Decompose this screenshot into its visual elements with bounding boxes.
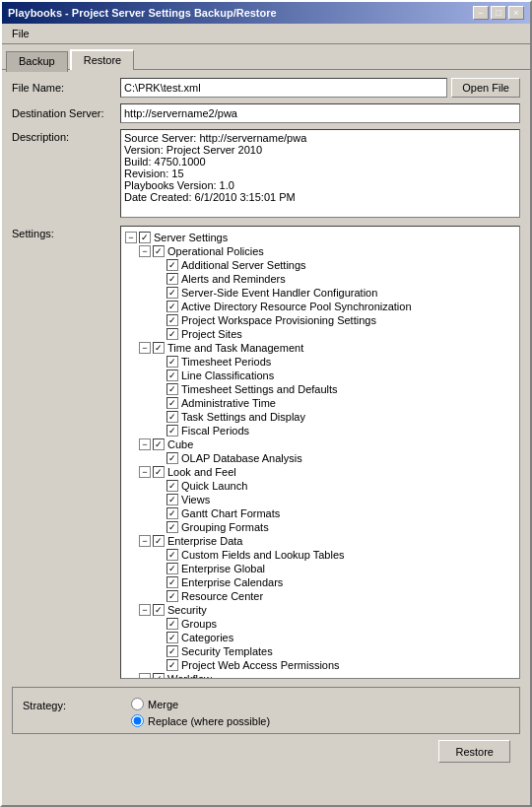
expander-operational-policies[interactable]: −: [139, 245, 151, 257]
checkbox-server-settings[interactable]: [139, 232, 151, 243]
tree-item-fiscal-periods[interactable]: Fiscal Periods: [123, 424, 517, 437]
tree-item-additional-server-settings[interactable]: Additional Server Settings: [123, 258, 517, 272]
bottom-bar: Restore: [12, 734, 520, 769]
tree-label-security-templates: Security Templates: [181, 645, 273, 657]
maximize-button[interactable]: □: [491, 6, 506, 20]
tree-item-alerts-reminders[interactable]: Alerts and Reminders: [123, 272, 517, 286]
tree-item-olap-database[interactable]: OLAP Database Analysis: [123, 451, 517, 465]
tree-item-enterprise-data[interactable]: −Enterprise Data: [123, 534, 517, 548]
tree-item-views[interactable]: Views: [123, 493, 517, 506]
checkbox-line-classifications[interactable]: [166, 370, 178, 381]
strategy-options: Merge Replace (where possible): [131, 698, 270, 727]
checkbox-server-side-event[interactable]: [166, 287, 178, 299]
checkbox-timesheet-settings[interactable]: [166, 383, 178, 395]
checkbox-time-task-mgmt[interactable]: [153, 342, 165, 354]
checkbox-timesheet-periods[interactable]: [166, 356, 178, 368]
checkbox-security[interactable]: [153, 604, 165, 616]
main-window: Playbooks - Project Server Settings Back…: [0, 0, 532, 807]
tree-item-resource-center[interactable]: Resource Center: [123, 589, 517, 603]
checkbox-olap-database[interactable]: [166, 452, 178, 464]
checkbox-quick-launch[interactable]: [166, 480, 178, 492]
tree-item-project-workspace[interactable]: Project Workspace Provisioning Settings: [123, 313, 517, 327]
tree-item-task-settings[interactable]: Task Settings and Display: [123, 410, 517, 424]
expander-time-task-mgmt[interactable]: −: [139, 342, 151, 354]
checkbox-grouping-formats[interactable]: [166, 521, 178, 533]
expander-workflow[interactable]: −: [139, 673, 151, 679]
dest-server-label: Destination Server:: [12, 107, 120, 119]
tree-item-project-web-access[interactable]: Project Web Access Permissions: [123, 658, 517, 672]
checkbox-project-sites[interactable]: [166, 328, 178, 340]
tree-item-server-settings[interactable]: −Server Settings: [123, 231, 517, 244]
tree-item-groups[interactable]: Groups: [123, 617, 517, 631]
checkbox-task-settings[interactable]: [166, 411, 178, 423]
minimize-button[interactable]: −: [473, 6, 489, 20]
checkbox-security-templates[interactable]: [166, 645, 178, 657]
checkbox-project-workspace[interactable]: [166, 314, 178, 326]
tree-item-timesheet-periods[interactable]: Timesheet Periods: [123, 355, 517, 369]
tree-item-workflow[interactable]: −Workflow: [123, 672, 517, 679]
tree-item-project-sites[interactable]: Project Sites: [123, 327, 517, 341]
tree-item-operational-policies[interactable]: −Operational Policies: [123, 244, 517, 258]
tree-label-olap-database: OLAP Database Analysis: [181, 452, 302, 464]
checkbox-active-directory[interactable]: [166, 301, 178, 312]
checkbox-groups[interactable]: [166, 618, 178, 630]
tree-item-cube[interactable]: −Cube: [123, 437, 517, 451]
tree-item-administrative-time[interactable]: Administrative Time: [123, 396, 517, 410]
checkbox-project-web-access[interactable]: [166, 659, 178, 671]
file-name-input[interactable]: [120, 78, 447, 98]
checkbox-operational-policies[interactable]: [153, 245, 165, 257]
tree-item-grouping-formats[interactable]: Grouping Formats: [123, 520, 517, 534]
checkbox-custom-fields[interactable]: [166, 549, 178, 561]
tree-item-active-directory[interactable]: Active Directory Resource Pool Synchroni…: [123, 300, 517, 313]
expander-security[interactable]: −: [139, 604, 151, 616]
checkbox-look-feel[interactable]: [153, 466, 165, 478]
tree-item-security-templates[interactable]: Security Templates: [123, 644, 517, 658]
strategy-replace-radio[interactable]: [131, 714, 144, 727]
strategy-merge-radio[interactable]: [131, 698, 144, 710]
strategy-merge-item: Merge: [131, 698, 270, 710]
expander-server-settings[interactable]: −: [125, 232, 137, 243]
tree-item-time-task-mgmt[interactable]: −Time and Task Management: [123, 341, 517, 355]
tree-item-custom-fields[interactable]: Custom Fields and Lookup Tables: [123, 548, 517, 562]
restore-button[interactable]: Restore: [438, 740, 510, 763]
tree-item-line-classifications[interactable]: Line Classifications: [123, 369, 517, 382]
expander-cube[interactable]: −: [139, 438, 151, 450]
checkbox-cube[interactable]: [153, 438, 165, 450]
checkbox-categories[interactable]: [166, 632, 178, 643]
content-area: File Name: Open File Destination Server:…: [2, 69, 530, 776]
window-title: Playbooks - Project Server Settings Back…: [8, 7, 277, 19]
checkbox-workflow[interactable]: [153, 673, 165, 679]
open-file-button[interactable]: Open File: [451, 78, 520, 98]
tree-item-categories[interactable]: Categories: [123, 631, 517, 644]
settings-tree[interactable]: −Server Settings−Operational PoliciesAdd…: [120, 226, 520, 679]
description-label: Description:: [12, 129, 120, 143]
checkbox-administrative-time[interactable]: [166, 397, 178, 409]
tab-backup[interactable]: Backup: [6, 51, 68, 72]
checkbox-fiscal-periods[interactable]: [166, 425, 178, 437]
tree-item-quick-launch[interactable]: Quick Launch: [123, 479, 517, 493]
tree-item-server-side-event[interactable]: Server-Side Event Handler Configuration: [123, 286, 517, 300]
checkbox-resource-center[interactable]: [166, 590, 178, 602]
tree-item-enterprise-calendars[interactable]: Enterprise Calendars: [123, 575, 517, 589]
tree-item-timesheet-settings[interactable]: Timesheet Settings and Defaults: [123, 382, 517, 396]
checkbox-enterprise-data[interactable]: [153, 535, 165, 547]
menu-file[interactable]: File: [6, 26, 35, 41]
tree-label-workflow: Workflow: [167, 673, 212, 679]
checkbox-alerts-reminders[interactable]: [166, 273, 178, 285]
tree-item-security[interactable]: −Security: [123, 603, 517, 617]
tree-item-enterprise-global[interactable]: Enterprise Global: [123, 562, 517, 575]
checkbox-enterprise-global[interactable]: [166, 563, 178, 574]
dest-server-input[interactable]: [120, 103, 520, 123]
checkbox-gantt-chart-formats[interactable]: [166, 507, 178, 519]
close-button[interactable]: ×: [508, 6, 524, 20]
checkbox-views[interactable]: [166, 494, 178, 505]
expander-enterprise-data[interactable]: −: [139, 535, 151, 547]
tree-item-gantt-chart-formats[interactable]: Gantt Chart Formats: [123, 506, 517, 520]
expander-look-feel[interactable]: −: [139, 466, 151, 478]
checkbox-additional-server-settings[interactable]: [166, 259, 178, 271]
tree-item-look-feel[interactable]: −Look and Feel: [123, 465, 517, 479]
tab-bar: Backup Restore: [2, 44, 530, 69]
description-textarea[interactable]: Source Server: http://servername/pwa Ver…: [120, 129, 520, 218]
checkbox-enterprise-calendars[interactable]: [166, 576, 178, 588]
tab-restore[interactable]: Restore: [70, 49, 135, 70]
